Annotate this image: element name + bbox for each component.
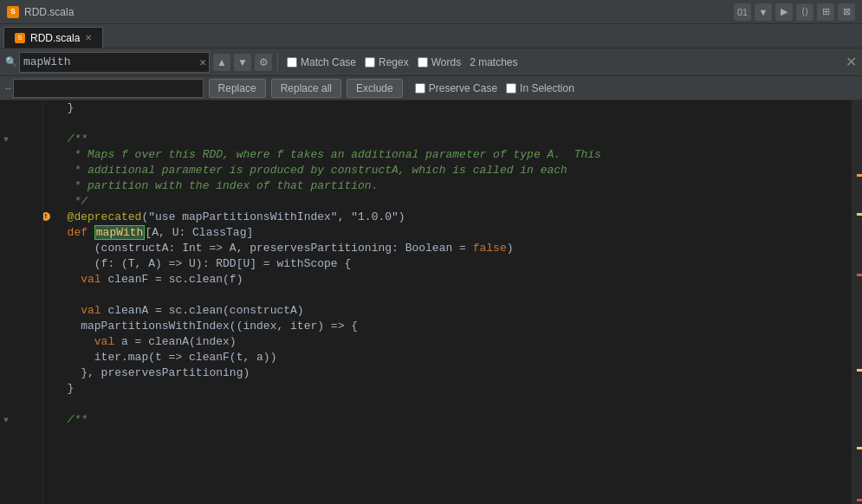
code-token-keyword: val: [54, 272, 107, 288]
search-prev-button[interactable]: ▲: [213, 54, 230, 71]
scroll-indicator: [857, 174, 862, 177]
search-bar: 🔍 ✕ ▲ ▼ ⚙ Match Case Regex Words 2 match…: [0, 48, 862, 76]
code-token-fn: mapWith: [94, 225, 146, 241]
gutter-line: [0, 365, 42, 381]
code-line-def: def mapWith[A, U: ClassTag]: [43, 225, 852, 241]
toolbar-btn-search[interactable]: ⊠: [838, 3, 855, 21]
gutter-line: [0, 178, 42, 194]
code-token: (f: (T, A) => U): RDD[U] = withScope {: [54, 256, 351, 272]
preserve-case-label: Preserve Case: [429, 82, 497, 94]
replace-input-wrap: ↔: [5, 79, 204, 98]
match-count: 2 matches: [470, 56, 517, 68]
in-selection-option[interactable]: In Selection: [506, 82, 574, 94]
code-line: }: [43, 381, 852, 397]
search-settings-button[interactable]: ⚙: [255, 54, 272, 71]
editor-area: ▼ ▼ } /** * Maps f over this RDD, where …: [0, 100, 862, 504]
title-bar: S RDD.scala 01 ▼ ▶ ⟨⟩ ⊞ ⊠: [0, 0, 862, 24]
fold-arrow-icon[interactable]: ▼: [3, 135, 9, 145]
gutter-line: [0, 256, 42, 272]
toolbar-btn-debug[interactable]: 01: [734, 3, 751, 21]
gutter-line-fold2: ▼: [0, 412, 42, 428]
fold-arrow-icon-2[interactable]: ▼: [3, 416, 9, 425]
exclude-button[interactable]: Exclude: [347, 79, 403, 98]
window-title: RDD.scala: [24, 6, 74, 18]
code-line: val cleanA = sc.clean(constructA): [43, 303, 852, 319]
code-editor[interactable]: } /** * Maps f over this RDD, where f ta…: [43, 100, 852, 504]
code-token-keyword: val: [54, 334, 121, 350]
search-input[interactable]: [19, 52, 210, 73]
gutter-line: [0, 319, 42, 334]
gutter-line: [0, 272, 42, 288]
toolbar-btn-dropdown[interactable]: ▼: [755, 3, 772, 21]
code-token: */: [54, 194, 87, 210]
warning-icon: !: [43, 212, 50, 221]
code-line: * partition with the index of that parti…: [43, 178, 852, 194]
words-option[interactable]: Words: [418, 56, 461, 68]
replace-all-button[interactable]: Replace all: [271, 79, 341, 98]
match-case-checkbox[interactable]: [287, 57, 297, 68]
replace-input[interactable]: [13, 79, 204, 98]
code-token: * Maps f over this RDD, where f takes an…: [54, 147, 601, 163]
code-token-keyword: def: [54, 225, 94, 241]
gutter-line: [0, 303, 42, 319]
gutter-line: [0, 381, 42, 397]
code-token: mapPartitionsWithIndex((index, iter) => …: [54, 319, 358, 334]
in-selection-checkbox[interactable]: [506, 83, 516, 94]
code-token-keyword: val: [54, 303, 107, 319]
app-icon: S: [7, 6, 19, 18]
code-token: [A, U: ClassTag]: [145, 225, 253, 241]
toolbar-right: 01 ▼ ▶ ⟨⟩ ⊞ ⊠: [734, 3, 855, 21]
regex-option[interactable]: Regex: [365, 56, 409, 68]
scroll-indicator: [857, 369, 862, 372]
gutter-line: [0, 147, 42, 163]
code-token: /**: [54, 412, 87, 428]
gutter-line: [0, 334, 42, 350]
tab-close-button[interactable]: ✕: [85, 33, 92, 42]
gutter-line: [0, 116, 42, 132]
words-checkbox[interactable]: [418, 57, 428, 68]
code-line: (constructA: Int => A, preservesPartitio…: [43, 241, 852, 256]
close-search-button[interactable]: ✕: [846, 54, 857, 70]
code-token: ("use mapPartitionsWithIndex", "1.0.0"): [141, 210, 405, 225]
tab-file-icon: S: [15, 33, 25, 43]
code-token: cleanF = sc.clean(f): [107, 272, 243, 288]
search-match-current: mapWith: [94, 225, 146, 240]
code-line: mapPartitionsWithIndex((index, iter) => …: [43, 319, 852, 334]
words-label: Words: [431, 56, 461, 68]
code-token: iter.map(t => cleanF(t, a)): [54, 350, 276, 365]
toolbar-btn-layout1[interactable]: ⊞: [817, 3, 834, 21]
code-line: /**: [43, 132, 852, 147]
gutter-line: [0, 210, 42, 225]
code-token: a = cleanA(index): [121, 334, 237, 350]
preserve-case-option[interactable]: Preserve Case: [415, 82, 497, 94]
gutter-line: [0, 241, 42, 256]
code-token: * partition with the index of that parti…: [54, 178, 378, 194]
search-separator: [277, 54, 278, 71]
scroll-indicator: [857, 499, 862, 501]
regex-checkbox[interactable]: [365, 57, 375, 68]
code-line: }: [43, 100, 852, 116]
preserve-case-checkbox[interactable]: [415, 83, 425, 94]
tab-rdd-scala[interactable]: S RDD.scala ✕: [3, 27, 103, 48]
code-token: (constructA: Int => A, preservesPartitio…: [54, 241, 473, 256]
code-line: (f: (T, A) => U): RDD[U] = withScope {: [43, 256, 852, 272]
code-token: /**: [54, 132, 87, 147]
gutter-line-fold: ▼: [0, 132, 42, 147]
gutter-line: [0, 194, 42, 210]
scroll-indicator-gutter: [852, 100, 862, 504]
gutter-line: [0, 163, 42, 178]
search-icon: 🔍: [5, 56, 17, 68]
toolbar-btn-step[interactable]: ⟨⟩: [796, 3, 813, 21]
search-clear-button[interactable]: ✕: [199, 55, 206, 69]
gutter-line: [0, 397, 42, 412]
toolbar-btn-run[interactable]: ▶: [775, 3, 793, 21]
search-next-button[interactable]: ▼: [234, 54, 251, 71]
code-line: * additional parameter is produced by co…: [43, 163, 852, 178]
line-number-gutter: ▼ ▼: [0, 100, 43, 504]
match-case-option[interactable]: Match Case: [287, 56, 356, 68]
regex-label: Regex: [379, 56, 409, 68]
replace-button[interactable]: Replace: [209, 79, 266, 98]
code-line: /**: [43, 412, 852, 428]
code-token: ): [507, 241, 514, 256]
code-token: cleanA = sc.clean(constructA): [107, 303, 303, 319]
